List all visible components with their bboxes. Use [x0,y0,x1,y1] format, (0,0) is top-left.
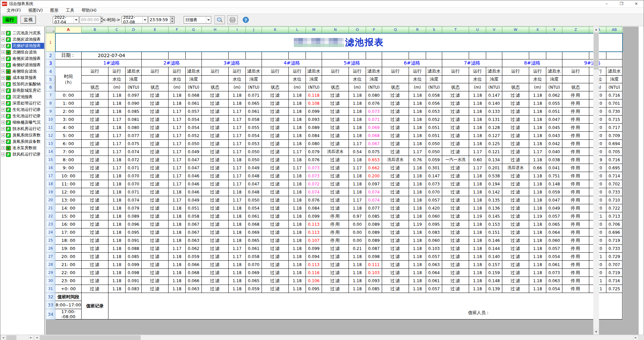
turbidity-cell[interactable]: 0.075 [366,148,382,156]
turbidity-cell[interactable]: 0.060 [426,237,442,245]
time-cell[interactable]: 20: 00 [55,253,82,261]
sidebar-item[interactable]: +▪送水泵房数据 [0,145,44,151]
level-cell[interactable]: 1.18 [529,124,546,132]
subheader-cell[interactable]: 水位 [289,76,306,83]
expand-icon[interactable]: + [1,127,5,131]
turbidity-cell[interactable]: 0.073 [546,269,562,277]
report-type-combo[interactable]: 日报表 [184,16,211,24]
turbidity-cell[interactable]: 0.089 [366,220,382,228]
level-cell[interactable]: 1.18 [229,220,246,228]
subheader-cell[interactable]: 浊度 [366,76,382,83]
status-cell[interactable]: 停用 [562,261,589,269]
status-cell[interactable]: 过滤 [502,188,529,196]
turbidity-cell[interactable]: 0.085 [126,253,142,261]
level-cell[interactable]: 1.18 [169,285,186,293]
level-cell[interactable]: 1.17 [409,148,426,156]
sheet-scroll-thumb[interactable] [40,335,141,340]
turbidity-cell[interactable]: 0.057 [546,212,562,220]
status-cell[interactable]: 过滤 [502,228,529,237]
turbidity-cell[interactable]: 0.073 [306,164,322,172]
level-cell[interactable]: 1.18 [409,212,426,220]
row-header-34[interactable]: 34 [46,309,55,320]
level-cell[interactable]: 1.18 [349,108,366,116]
status-cell[interactable]: 过滤 [382,204,409,212]
turbidity-cell[interactable]: 0.059 [246,285,262,293]
level-cell[interactable]: 1.18 [529,237,546,245]
cell[interactable] [55,59,82,67]
time-cell[interactable]: 15: 00 [55,212,82,220]
row-header-28[interactable]: 28 [46,261,55,269]
level-cell[interactable]: 1.17 [229,108,246,116]
status-cell[interactable]: 过滤 [142,99,169,108]
level-cell[interactable]: 1.18 [529,285,546,293]
turbidity-cell[interactable]: 0.076 [366,99,382,108]
column-header-H[interactable]: H [202,27,229,33]
turbidity-cell[interactable]: 0.074 [366,196,382,204]
level-cell[interactable]: 1.17 [108,132,126,140]
turbidity-cell[interactable]: 0.706 [606,220,623,228]
status-cell[interactable]: 过滤 [322,277,349,285]
level-cell[interactable]: 1.18 [169,188,186,196]
turbidity-cell[interactable]: 0.146 [486,237,502,245]
turbidity-cell[interactable]: 0.058 [246,253,262,261]
level-cell[interactable]: 0.60 [469,156,486,164]
sidebar-item[interactable]: +▪成本核算报表 [0,75,44,81]
status-cell[interactable]: 过滤 [142,204,169,212]
status-cell[interactable]: 停用 [562,245,589,253]
subheader-cell[interactable]: 浊度 [486,76,502,83]
time-cell[interactable]: 1: 00 [55,99,82,108]
status-cell[interactable]: 过滤 [442,116,469,124]
turbidity-cell[interactable]: 0.050 [246,196,262,204]
level-cell[interactable]: 1.18 [469,261,486,269]
turbidity-cell[interactable]: 0.089 [366,237,382,245]
menu-item[interactable]: 帮助(H) [78,8,100,13]
close-button[interactable]: × [629,0,644,8]
help-button[interactable]: ? [241,15,251,24]
turbidity-cell[interactable]: 0.194 [486,180,502,188]
level-cell[interactable]: 1.17 [349,140,366,148]
subheader-cell[interactable] [562,76,589,83]
status-cell[interactable]: 过滤 [442,245,469,253]
level-cell[interactable]: 1.18 [409,172,426,180]
row-header-12[interactable]: 12 [46,132,55,140]
level-cell[interactable]: 1.17 [169,156,186,164]
level-cell[interactable]: 1.18 [409,108,426,116]
status-cell[interactable]: 过滤 [262,180,289,188]
turbidity-cell[interactable]: 0.159 [486,269,502,277]
subheader-cell[interactable]: (NTU) [126,83,142,91]
sidebar-item[interactable]: +F北侧砂滤池报表 [0,43,44,49]
status-cell[interactable]: 过滤 [442,212,469,220]
level-cell[interactable]: 1.19 [469,212,486,220]
status-cell[interactable]: 过滤 [442,237,469,245]
turbidity-cell[interactable]: 0.070 [426,188,442,196]
sidebar-item[interactable]: +F南侧炭滤池报表 [0,55,44,62]
turbidity-cell[interactable]: 0.069 [366,124,382,132]
cell[interactable] [246,52,262,59]
subheader-cell[interactable]: 滤后水 [546,67,562,76]
subheader-cell[interactable]: 运行 [82,67,108,76]
turbidity-cell[interactable]: 0.098 [366,253,382,261]
level-cell[interactable]: 1.18 [349,99,366,108]
turbidity-cell[interactable]: 0.080 [306,140,322,148]
turbidity-cell[interactable]: 0.055 [546,99,562,108]
turbidity-cell[interactable]: 0.730 [606,108,623,116]
sidebar-item[interactable]: +F生化池运行记录 [0,107,44,113]
status-cell[interactable]: 过滤 [142,269,169,277]
status-cell[interactable]: 停用 [322,212,349,220]
level-cell[interactable]: 1.18 [108,269,126,277]
subheader-cell[interactable]: (NTU) [486,83,502,91]
level-cell[interactable]: 1.18 [229,212,246,220]
level-cell[interactable]: 1.17 [108,116,126,124]
turbidity-cell[interactable]: 0.061 [246,108,262,116]
status-cell[interactable]: 过滤 [202,99,229,108]
level-cell[interactable]: 1.17 [108,148,126,156]
subheader-cell[interactable]: 状态 [322,83,349,91]
turbidity-cell[interactable]: 0.089 [306,124,322,132]
turbidity-cell[interactable]: 0.133 [486,108,502,116]
level-cell[interactable]: 1.17 [229,132,246,140]
turbidity-cell[interactable]: 0.097 [366,180,382,188]
row-header-8[interactable]: 8 [46,99,55,108]
status-cell[interactable]: 过滤 [322,164,349,172]
row-header-7[interactable]: 7 [46,91,55,99]
level-cell[interactable]: 1.18 [469,204,486,212]
